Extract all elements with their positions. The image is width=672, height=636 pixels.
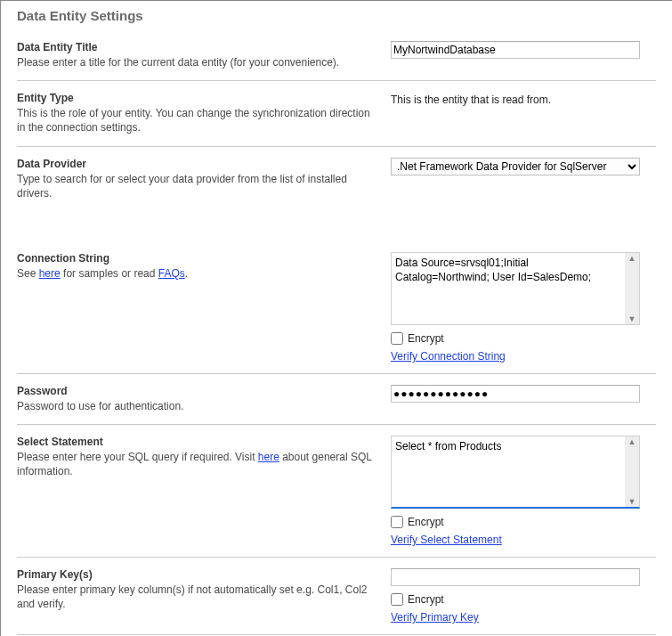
row-password: Password Password to use for authenticat… [17,385,656,425]
data-provider-desc: Type to search for or select your data p… [17,172,380,200]
pk-encrypt-label: Encrypt [408,593,444,606]
select-statement-label: Select Statement [17,436,380,448]
select-encrypt-label: Encrypt [408,516,444,528]
data-provider-select[interactable]: .Net Framework Data Provider for SqlServ… [391,158,640,175]
conn-faq-link[interactable]: FAQs [158,267,185,280]
entity-type-label: Entity Type [17,92,380,104]
connection-string-desc: See here for samples or read FAQs. [17,266,380,281]
select-statement-textarea-wrap: ▲ ▼ [391,436,640,509]
pk-encrypt-checkbox[interactable] [391,593,403,606]
primary-key-input[interactable] [391,568,640,586]
connection-string-textarea[interactable] [392,253,625,324]
row-data-provider: Data Provider Type to search for or sele… [17,158,656,211]
connection-string-textarea-wrap: ▲ ▼ [391,252,640,325]
select-statement-desc: Please enter here your SQL query if requ… [17,450,380,478]
password-label: Password [17,385,380,397]
verify-select-link[interactable]: Verify Select Statement [391,534,640,546]
conn-encrypt-line[interactable]: Encrypt [391,332,640,345]
connection-string-label: Connection String [17,252,380,265]
row-connection-string: Connection String See here for samples o… [17,252,656,374]
verify-pk-link[interactable]: Verify Primary Key [391,611,640,624]
entity-title-desc: Please enter a title for the current dat… [17,55,380,69]
conn-encrypt-label: Encrypt [408,332,444,345]
verify-connection-link[interactable]: Verify Connection String [391,350,640,363]
row-entity-type: Entity Type This is the role of your ent… [17,92,656,146]
scroll-up-icon: ▲ [625,253,639,264]
conn-encrypt-checkbox[interactable] [391,332,403,345]
select-here-link[interactable]: here [258,451,279,463]
page-title: Data Entity Settings [17,8,656,23]
scroll-up-icon: ▲ [625,436,639,447]
pk-encrypt-line[interactable]: Encrypt [391,593,640,606]
data-provider-label: Data Provider [17,158,380,170]
entity-type-static: This is the entity that is read from. [391,92,640,106]
row-primary-key: Primary Key(s) Please enter primary key … [17,568,656,635]
scroll-down-icon: ▼ [625,314,639,324]
conn-here-link[interactable]: here [39,267,61,280]
primary-key-desc: Please enter primary key column(s) if no… [17,583,380,611]
select-encrypt-checkbox[interactable] [391,516,403,528]
scrollbar[interactable]: ▲ ▼ [625,253,639,324]
password-desc: Password to use for authentication. [17,399,380,413]
scrollbar[interactable]: ▲ ▼ [625,436,639,507]
entity-title-label: Data Entity Title [17,41,380,53]
entity-type-desc: This is the role of your entity. You can… [17,106,380,135]
entity-title-input[interactable] [391,41,640,59]
select-statement-textarea[interactable] [392,436,625,507]
primary-key-label: Primary Key(s) [17,568,380,581]
select-encrypt-line[interactable]: Encrypt [391,516,640,528]
row-entity-title: Data Entity Title Please enter a title f… [17,41,656,81]
password-input[interactable] [391,385,640,403]
row-select-statement: Select Statement Please enter here your … [17,436,656,558]
scroll-down-icon: ▼ [625,496,639,507]
